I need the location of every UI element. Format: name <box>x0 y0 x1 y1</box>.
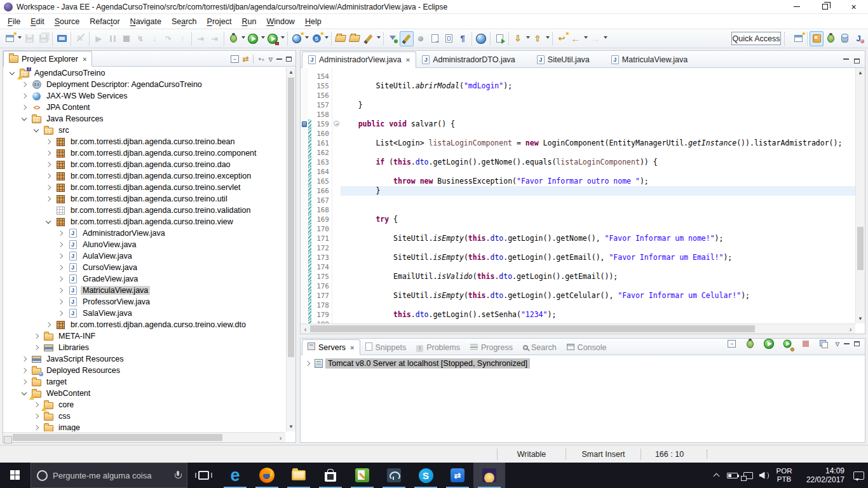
tray-chevron-button[interactable] <box>709 463 724 488</box>
code-line-176[interactable]: 176 <box>301 281 855 291</box>
menu-refactor[interactable]: Refactor <box>85 15 125 28</box>
code-line-154[interactable]: 154 <box>301 72 855 81</box>
taskbar-task-view[interactable] <box>187 463 219 488</box>
maximize-view-button[interactable] <box>286 57 292 62</box>
back-button[interactable]: ← <box>569 31 583 46</box>
quick-access-box[interactable]: Quick Access <box>731 32 781 45</box>
chevron-right-icon[interactable] <box>32 343 41 352</box>
tree-item[interactable]: br.com.torresti.djban.agenda.curso.trein… <box>4 170 285 182</box>
tree-item[interactable]: JMatriculaView.java <box>4 285 285 296</box>
tree-item[interactable]: JavaScript Resources <box>4 353 285 365</box>
explorer-horizontal-scrollbar[interactable]: ‹ › <box>3 432 285 442</box>
suspend-button[interactable] <box>105 31 119 46</box>
menu-project[interactable]: Project <box>202 15 237 28</box>
chevron-right-icon[interactable] <box>44 172 53 180</box>
battery-button[interactable] <box>724 463 740 488</box>
dropdown-icon[interactable] <box>280 29 285 48</box>
show-whitespace-button[interactable]: ¶ <box>456 31 470 46</box>
tree-item[interactable]: src <box>4 125 285 136</box>
publish-server-button[interactable] <box>817 336 831 351</box>
menu-edit[interactable]: Edit <box>25 15 50 28</box>
collapse-all-button[interactable]: − <box>725 336 739 351</box>
dropdown-icon[interactable] <box>240 29 246 48</box>
tree-item[interactable]: JGradeView.java <box>4 273 285 285</box>
code-line-164[interactable]: 164 <box>301 167 855 177</box>
open-resource-button[interactable] <box>334 31 348 46</box>
step-over-button[interactable]: ↷ <box>161 31 175 46</box>
close-view-icon[interactable]: × <box>83 55 86 63</box>
code-line-178[interactable]: 178 <box>301 301 855 310</box>
tree-item[interactable]: WebContent <box>4 388 285 399</box>
link-with-editor-button[interactable]: ⇄ <box>243 55 249 64</box>
code-line-159[interactable]: 159public void salvar() { <box>301 119 855 129</box>
action-center-icon[interactable] <box>853 471 864 480</box>
chevron-right-icon[interactable] <box>56 286 65 295</box>
chevron-right-icon[interactable] <box>32 412 41 421</box>
chevron-down-icon[interactable] <box>8 69 17 78</box>
focus-button[interactable] <box>257 57 265 62</box>
taskbar-windows-store[interactable] <box>315 463 346 488</box>
code-line-163[interactable]: 163if (this.dto.getLogin().getNome().equ… <box>301 158 855 167</box>
collapse-all-button[interactable]: − <box>231 55 239 63</box>
open-perspective-button[interactable]: ★ <box>791 31 805 46</box>
profile-server-button[interactable] <box>780 336 794 351</box>
skip-all-breakpoints-button[interactable]: ✎ <box>73 31 87 46</box>
taskbar-teamviewer[interactable]: ⇄ <box>442 463 473 488</box>
bottom-tab-snippets[interactable]: Snippets <box>360 339 412 355</box>
menu-search[interactable]: Search <box>166 15 202 28</box>
stop-server-button[interactable] <box>799 336 813 351</box>
terminate-button[interactable] <box>119 31 133 46</box>
dropdown-icon[interactable] <box>260 29 266 48</box>
perspective-java-button[interactable]: J <box>851 31 865 46</box>
editor-vertical-scrollbar[interactable]: ▲ ▼ <box>855 68 865 323</box>
taskbar-edge[interactable]: e <box>219 463 251 488</box>
menu-help[interactable]: Help <box>300 15 327 28</box>
tree-item[interactable]: br.com.torresti.djban.agenda.curso.trein… <box>4 182 285 193</box>
editor-horizontal-scrollbar[interactable]: ‹ › <box>301 323 855 334</box>
code-line-175[interactable]: 175EmailUtil.isValido(this.dto.getLogin(… <box>301 272 855 281</box>
save-button[interactable] <box>22 31 36 46</box>
use-step-filters-button[interactable]: ⇥ <box>194 31 208 46</box>
debug-button[interactable] <box>226 31 240 46</box>
annotation-filter-button[interactable] <box>386 31 400 46</box>
chevron-right-icon[interactable] <box>56 297 65 306</box>
format-tool-button[interactable] <box>400 31 414 46</box>
taskbar-file-explorer[interactable] <box>283 463 315 488</box>
new-dynamic-web-project-button[interactable]: ★ <box>290 31 304 46</box>
code-line-179[interactable]: 179this.dto.getLogin().setSenha("1234"); <box>301 310 855 320</box>
bottom-tab-console[interactable]: Console <box>562 339 612 355</box>
close-tab-icon[interactable]: × <box>350 344 354 351</box>
tree-item[interactable]: image <box>4 422 285 431</box>
code-line-166[interactable]: 166} <box>301 186 855 196</box>
taskbar-notes-app[interactable] <box>346 463 378 488</box>
new-servlet-button[interactable]: S★ <box>309 31 323 46</box>
tree-item[interactable]: JAdministradorView.java <box>4 227 285 239</box>
language-indicator[interactable]: POR PTB <box>772 467 796 484</box>
editor-tab-AdministradorView.java[interactable]: JAdministradorView.java× <box>302 51 416 68</box>
minimize-view-button[interactable] <box>843 58 849 60</box>
open-console-button[interactable] <box>55 31 69 46</box>
chevron-right-icon[interactable] <box>56 263 65 272</box>
tree-item[interactable]: Libraries <box>4 342 285 353</box>
dropdown-icon[interactable] <box>17 29 22 48</box>
chevron-down-icon[interactable] <box>44 217 53 226</box>
tree-item[interactable]: Java Resources <box>4 113 285 125</box>
dropdown-icon[interactable] <box>525 29 531 48</box>
taskbar-postgresql[interactable] <box>378 463 410 488</box>
tab-project-explorer[interactable]: Project Explorer × <box>3 51 92 67</box>
start-button[interactable] <box>0 463 31 488</box>
close-button[interactable]: × <box>839 0 868 13</box>
coverage-button[interactable] <box>266 31 280 46</box>
new-wizard-button[interactable]: ★ <box>3 31 17 46</box>
perspective-javaee-button[interactable] <box>810 31 824 46</box>
code-line-172[interactable]: 172 <box>301 243 855 253</box>
start-server-button[interactable] <box>762 336 776 351</box>
chevron-right-icon[interactable] <box>56 252 65 261</box>
tree-item[interactable]: br.com.torresti.djban.agenda.curso.trein… <box>4 159 285 170</box>
tree-item[interactable]: JAulaView.java <box>4 250 285 262</box>
tree-item[interactable]: target <box>4 376 285 388</box>
code-line-168[interactable]: 168 <box>301 205 855 215</box>
code-line-177[interactable]: 177SiteUtil.isEmpty(this.dto.getLogin().… <box>301 291 855 301</box>
tree-item[interactable]: META-INF <box>4 330 285 342</box>
last-edit-location-button[interactable]: ↩★ <box>555 31 569 46</box>
